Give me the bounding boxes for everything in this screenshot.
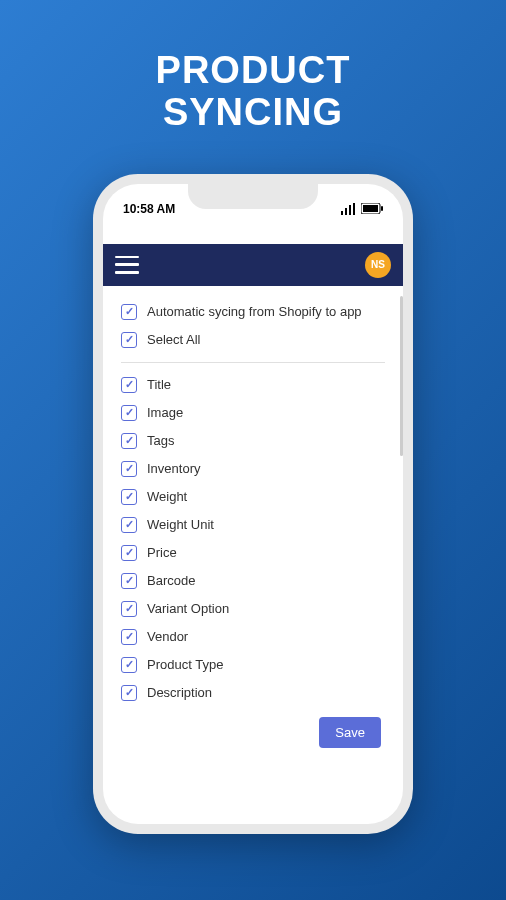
- sync-field-label: Description: [147, 685, 212, 700]
- signal-icon: [341, 203, 357, 215]
- button-row: Save: [121, 717, 385, 748]
- scroll-indicator[interactable]: [400, 296, 403, 456]
- sync-field-row[interactable]: Tags: [121, 427, 385, 455]
- sync-field-checkbox[interactable]: [121, 657, 137, 673]
- sync-field-row[interactable]: Price: [121, 539, 385, 567]
- hero-line-2: SYNCING: [156, 92, 351, 134]
- sync-field-label: Title: [147, 377, 171, 392]
- sync-field-row[interactable]: Weight: [121, 483, 385, 511]
- sync-field-label: Tags: [147, 433, 174, 448]
- hamburger-menu-icon[interactable]: [115, 256, 139, 274]
- svg-rect-0: [341, 211, 343, 215]
- avatar-initials: NS: [371, 259, 385, 270]
- sync-field-row[interactable]: Image: [121, 399, 385, 427]
- sync-field-label: Inventory: [147, 461, 200, 476]
- sync-field-label: Vendor: [147, 629, 188, 644]
- top-option-row[interactable]: Select All: [121, 326, 385, 354]
- sync-field-checkbox[interactable]: [121, 461, 137, 477]
- svg-rect-1: [345, 208, 347, 215]
- battery-icon: [361, 203, 383, 214]
- sync-field-checkbox[interactable]: [121, 601, 137, 617]
- sync-field-label: Weight Unit: [147, 517, 214, 532]
- sync-field-label: Product Type: [147, 657, 223, 672]
- sync-field-checkbox[interactable]: [121, 405, 137, 421]
- status-icons: [341, 203, 383, 215]
- phone-screen: 10:58 AM NS Automatic sycing from: [103, 184, 403, 824]
- sync-field-row[interactable]: Barcode: [121, 567, 385, 595]
- avatar[interactable]: NS: [365, 252, 391, 278]
- phone-notch: [188, 184, 318, 209]
- sync-field-checkbox[interactable]: [121, 377, 137, 393]
- sync-field-checkbox[interactable]: [121, 517, 137, 533]
- sync-field-label: Weight: [147, 489, 187, 504]
- sync-field-checkbox[interactable]: [121, 685, 137, 701]
- sync-field-label: Price: [147, 545, 177, 560]
- sync-field-row[interactable]: Description: [121, 679, 385, 707]
- sync-field-checkbox[interactable]: [121, 433, 137, 449]
- sync-field-checkbox[interactable]: [121, 545, 137, 561]
- sync-field-label: Variant Option: [147, 601, 229, 616]
- sync-field-label: Image: [147, 405, 183, 420]
- top-option-row[interactable]: Automatic sycing from Shopify to app: [121, 298, 385, 326]
- phone-frame: 10:58 AM NS Automatic sycing from: [93, 174, 413, 834]
- top-option-label: Automatic sycing from Shopify to app: [147, 304, 362, 319]
- top-option-checkbox[interactable]: [121, 332, 137, 348]
- svg-rect-5: [363, 205, 378, 212]
- app-header: NS: [103, 244, 403, 286]
- save-button[interactable]: Save: [319, 717, 381, 748]
- sync-field-row[interactable]: Product Type: [121, 651, 385, 679]
- sync-field-row[interactable]: Variant Option: [121, 595, 385, 623]
- sync-field-row[interactable]: Title: [121, 371, 385, 399]
- sync-field-checkbox[interactable]: [121, 573, 137, 589]
- top-option-label: Select All: [147, 332, 200, 347]
- svg-rect-2: [349, 205, 351, 215]
- sync-field-row[interactable]: Inventory: [121, 455, 385, 483]
- sync-field-checkbox[interactable]: [121, 489, 137, 505]
- content-area: Automatic sycing from Shopify to appSele…: [103, 286, 403, 824]
- sync-field-checkbox[interactable]: [121, 629, 137, 645]
- sync-field-row[interactable]: Vendor: [121, 623, 385, 651]
- sync-field-label: Barcode: [147, 573, 195, 588]
- status-time: 10:58 AM: [123, 202, 175, 216]
- hero-line-1: PRODUCT: [156, 50, 351, 92]
- divider: [121, 362, 385, 363]
- top-option-checkbox[interactable]: [121, 304, 137, 320]
- hero-title: PRODUCT SYNCING: [156, 50, 351, 134]
- sync-field-row[interactable]: Weight Unit: [121, 511, 385, 539]
- svg-rect-6: [381, 206, 383, 211]
- svg-rect-3: [353, 203, 355, 215]
